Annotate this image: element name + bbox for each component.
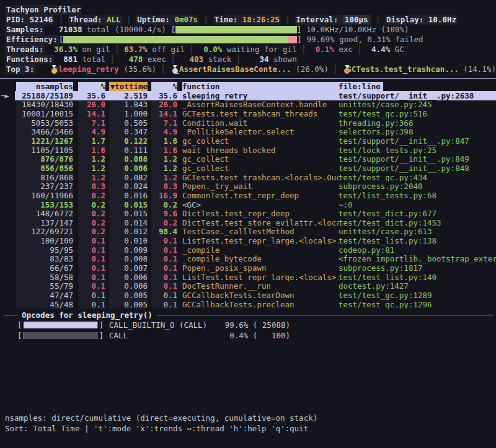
samples-bar-open: [ — [170, 25, 175, 35]
efficiency-bar-failed — [288, 36, 297, 43]
cell-nsamples: 876/876 — [16, 154, 73, 164]
cell-cumulative-percent: 0.1 — [151, 273, 177, 282]
exc-pct: 0.1% — [311, 45, 334, 55]
info-bar: PID: 52146 │ Thread: ALL │ Uptime: 0m07s… — [0, 15, 496, 25]
column-header-nsamples[interactable]: nsamples — [16, 82, 73, 91]
opcode-pct: 99.6% ( 25088) — [221, 320, 290, 330]
column-header-file-line[interactable]: file:line — [339, 82, 496, 91]
bronze-medal-icon — [343, 65, 343, 74]
separator: │ — [54, 15, 68, 25]
top3-first-name: sleeping_retry — [54, 64, 119, 74]
cell-file-line: subprocess.py:2040 — [339, 182, 496, 191]
table-row[interactable]: 47/47 0.1 0.005 0.1 GCCallbackTests.tear… — [0, 291, 496, 300]
selected-row-arrow: ─► — [0, 91, 16, 100]
samples-bar-fill — [175, 26, 297, 33]
cell-direct-percent: 1.2 — [78, 173, 105, 182]
efficiency-bar — [63, 36, 297, 43]
cell-tottime: 0.006 — [109, 281, 148, 291]
table-row[interactable]: 876/876 1.2 0.088 1.2 gc_collect test/su… — [0, 154, 496, 164]
cell-nsamples: 45/48 — [16, 300, 73, 309]
table-row[interactable]: 137/147 0.2 0.014 0.2 DictTest.test_stor… — [0, 218, 496, 227]
column-header-direct-percent[interactable]: % — [78, 82, 105, 91]
cell-nsamples: 10001/10015 — [16, 109, 73, 118]
table-header: nsamples % ▼tottime % function file:line — [0, 81, 496, 91]
display-value: 10.0Hz — [423, 15, 456, 24]
table-row[interactable]: 856/856 1.2 0.086 1.2 gc_collect test/su… — [0, 164, 496, 173]
cell-nsamples: 153/153 — [16, 200, 73, 209]
table-row[interactable]: ─► 25188/25189 35.6 2.519 35.6 sleeping_… — [0, 91, 496, 100]
cell-cumulative-percent: 1.8 — [151, 136, 177, 146]
cell-tottime: 0.088 — [109, 154, 148, 164]
app-title: Tachyon Profiler — [5, 5, 82, 15]
time-field: Time: 18:26:25 — [213, 15, 281, 25]
table-row[interactable]: 148/6772 0.2 0.015 9.6 DictTest.test_rep… — [0, 209, 496, 218]
cell-direct-percent: 1.2 — [78, 164, 105, 173]
cell-cumulative-percent: 26.0 — [151, 100, 177, 110]
cell-cumulative-percent: 16.9 — [151, 191, 177, 200]
table-row[interactable]: 122/69721 0.2 0.012 98.4 TestCase._callT… — [0, 227, 496, 237]
cell-nsamples: 5053/5053 — [16, 118, 73, 128]
off-gil-pct: 63.7% — [124, 45, 148, 55]
pid-value: 52146 — [25, 15, 53, 24]
cell-function: gc_collect — [182, 164, 339, 173]
cell-direct-percent: 0.2 — [78, 200, 105, 209]
profile-table-body: ─► 25188/25189 35.6 2.519 35.6 sleeping_… — [0, 91, 496, 309]
table-row[interactable]: 58/58 0.1 0.006 0.1 ListTest.test_repr_l… — [0, 273, 496, 282]
column-header-cumulative-percent[interactable]: % — [151, 82, 177, 91]
thread-field[interactable]: Thread: ALL — [68, 15, 122, 25]
cell-function: ListTest.test_repr_large.<locals>.c... — [182, 273, 339, 282]
cell-function: GCTests.test_trashcan.<locals>.Ouch... — [182, 173, 339, 182]
table-row[interactable]: 816/868 1.2 0.082 1.2 GCTests.test_trash… — [0, 173, 496, 182]
opcode-bar-fill — [24, 322, 98, 328]
column-header-function[interactable]: function — [182, 82, 339, 91]
top3-label: Top 3: — [5, 64, 35, 74]
cell-nsamples: 856/856 — [16, 164, 73, 173]
cell-file-line: codeop.py:81 — [339, 245, 496, 255]
cell-file-line: test/test_dict.py:677 — [339, 209, 496, 218]
efficiency-bar-good — [63, 36, 288, 43]
table-row[interactable]: 237/237 0.3 0.024 0.3 Popen._try_wait su… — [0, 182, 496, 191]
cell-cumulative-percent: 0.1 — [151, 263, 177, 273]
cell-function: ListTest.test_repr_large.<locals>.c... — [182, 236, 339, 245]
cell-direct-percent: 26.0 — [78, 100, 105, 110]
table-row[interactable]: 5053/5053 7.1 0.505 7.1 Condition.wait t… — [0, 118, 496, 128]
table-row[interactable]: 10001/10015 14.1 1.000 14.1 GCTests.test… — [0, 109, 496, 118]
cell-nsamples: 100/100 — [16, 236, 73, 245]
table-row[interactable]: 55/79 0.1 0.006 0.1 DocTestRunner.__run … — [0, 281, 496, 291]
table-row[interactable]: 100/100 0.1 0.010 0.1 ListTest.test_repr… — [0, 236, 496, 245]
cell-function: GCCallbackTests.preclean — [182, 300, 339, 309]
cell-nsamples: 83/83 — [16, 255, 73, 264]
silver-medal-icon — [171, 65, 172, 74]
cell-file-line: test/support/__init__.py:848 — [339, 164, 496, 173]
table-row[interactable]: 160/11966 0.2 0.016 16.9 CommonTest.test… — [0, 191, 496, 200]
table-row[interactable]: 1221/1267 1.7 0.122 1.8 gc_collect test/… — [0, 136, 496, 146]
table-row[interactable]: 95/95 0.1 0.009 0.1 _compile codeop.py:8… — [0, 245, 496, 255]
table-row[interactable]: 45/48 0.1 0.005 0.1 GCCallbackTests.prec… — [0, 300, 496, 309]
table-row[interactable]: 83/83 0.1 0.008 0.1 _compile_bytecode <f… — [0, 255, 496, 264]
functions-exec: 478 — [120, 55, 143, 64]
cell-tottime: 0.009 — [109, 245, 148, 255]
opcode-name: CALL — [109, 330, 128, 341]
cell-direct-percent: 0.1 — [78, 263, 105, 273]
cell-tottime: 1.000 — [109, 109, 148, 118]
cell-function: _PollLikeSelector.select — [182, 128, 339, 137]
cell-file-line: test/test_gc.py:1289 — [339, 291, 496, 300]
cell-file-line: test/test_gc.py:516 — [339, 109, 496, 118]
display-field: Display: 10.0Hz — [385, 15, 458, 25]
cell-direct-percent: 0.1 — [78, 281, 105, 291]
cell-direct-percent: 1.2 — [78, 154, 105, 164]
threads-line: Threads: 36.3% on gil │ 63.7% off gil │ … — [0, 45, 496, 55]
cell-cumulative-percent: 98.4 — [151, 227, 177, 237]
cell-cumulative-percent: 1.2 — [151, 154, 177, 164]
samples-label: Samples: — [5, 25, 45, 35]
efficiency-label: Efficiency: — [5, 35, 59, 45]
functions-shown: 34 — [246, 55, 269, 64]
table-row[interactable]: 18430/18430 26.0 1.843 26.0 _AssertRaise… — [0, 100, 496, 110]
table-row[interactable]: 1105/1105 1.6 0.111 1.6 wait_threads_blo… — [0, 146, 496, 155]
samples-total: 71038 — [45, 25, 82, 35]
table-row[interactable]: 66/67 0.1 0.007 0.1 Popen._posix_spawn s… — [0, 263, 496, 273]
column-header-tottime-sorted[interactable]: ▼tottime — [109, 82, 148, 91]
table-row[interactable]: 3466/3466 4.9 0.347 4.9 _PollLikeSelecto… — [0, 128, 496, 137]
cell-function: Popen._posix_spawn — [182, 263, 339, 273]
table-row[interactable]: 153/153 0.2 0.015 0.2 <GC> ~:0 — [0, 200, 496, 209]
